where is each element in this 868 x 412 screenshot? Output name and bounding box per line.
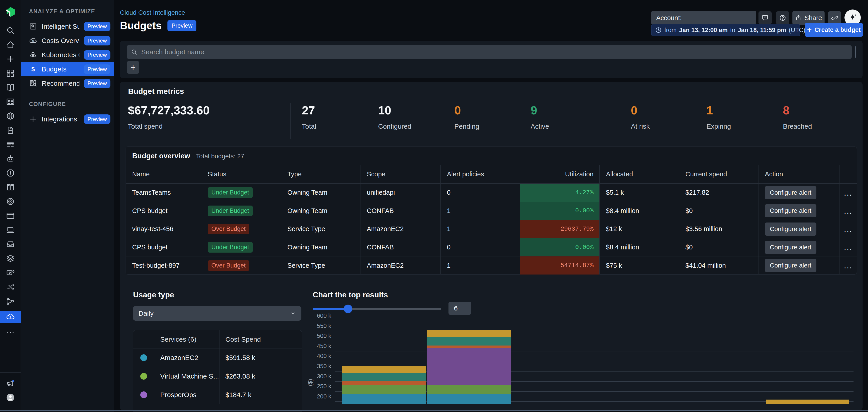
create-budget-button[interactable]: + Create a budget: [805, 23, 863, 37]
horizontal-scrollbar[interactable]: [0, 410, 868, 411]
help-button[interactable]: [776, 11, 789, 25]
preview-badge: Preview: [84, 79, 111, 88]
whats-new-megaphone-icon[interactable]: [0, 379, 21, 388]
configure-alert-button[interactable]: Configure alert: [765, 222, 816, 236]
usage-type-dropdown[interactable]: Daily: [133, 306, 301, 321]
copy-link-button[interactable]: [828, 11, 841, 25]
column-header-current-spend[interactable]: Current spend: [679, 165, 758, 183]
configure-alert-button[interactable]: Configure alert: [765, 241, 816, 254]
metric-label: Total: [302, 123, 316, 130]
cell-utilization: 0.00%: [520, 238, 600, 256]
add-filter-button[interactable]: +: [127, 61, 140, 74]
service-map-icon[interactable]: [0, 297, 21, 306]
configure-alert-button[interactable]: Configure alert: [765, 186, 816, 199]
workflows-shuffle-icon[interactable]: [0, 282, 21, 292]
metric-active: 9 Active: [531, 104, 549, 130]
column-header-type[interactable]: Type: [281, 165, 361, 183]
configure-alert-button[interactable]: Configure alert: [765, 259, 816, 272]
dashboards-icon[interactable]: [0, 97, 21, 106]
metric-expiring: 1 Expiring: [707, 104, 731, 130]
column-header-cost-spend[interactable]: Cost Spend: [219, 330, 302, 348]
cell-alert-policies: 1: [440, 202, 520, 220]
sparkle-icon: [848, 13, 857, 23]
metric-total-spend: $67,727,333.60 Total spend: [128, 104, 210, 130]
entity-stacks-icon[interactable]: [0, 254, 21, 263]
account-selector[interactable]: Account:: [651, 11, 756, 25]
rail-divider: [0, 372, 21, 373]
budget-metrics-title: Budget metrics: [128, 87, 184, 96]
browser-window-icon[interactable]: [0, 211, 21, 220]
infrastructure-hosts-icon[interactable]: [0, 182, 21, 192]
status-badge: Under Budget: [208, 206, 253, 216]
cell-scope: CONFAB: [361, 238, 440, 256]
sidebar-item-budgets[interactable]: $ Budgets Preview: [21, 62, 114, 76]
feedback-button[interactable]: [758, 11, 772, 25]
column-header-scope[interactable]: Scope: [361, 165, 440, 183]
time-range-picker[interactable]: from Jan 13, 12:00 am to Jan 18, 11:59 p…: [651, 24, 800, 36]
cell-status: Under Budget: [202, 183, 281, 202]
home-icon[interactable]: [0, 40, 21, 49]
slider-thumb[interactable]: [344, 305, 352, 313]
service-cost-cell: $184.7 k: [219, 385, 302, 404]
services-cost-card: Services (6)Cost SpendAmazonEC2$591.58 k…: [133, 330, 302, 412]
cell-allocated: $8.4 million: [600, 202, 679, 220]
globe-icon[interactable]: [0, 111, 21, 121]
column-header-services[interactable]: Services (6): [154, 330, 219, 348]
sidebar-item-kubernetes-c[interactable]: Kubernetes C... Preview: [21, 48, 114, 62]
add-icon[interactable]: [0, 54, 21, 64]
link-icon: [831, 14, 838, 22]
budget-overview-card: Budget overview Total budgets: 27 NameSt…: [126, 146, 857, 275]
column-header-name[interactable]: Name: [126, 165, 202, 183]
column-header-status[interactable]: Status: [202, 165, 281, 183]
cloud-cost-intelligence-app: $ ANALYZE & OPTIMIZE Intelligent Su... P…: [0, 0, 868, 412]
metric-value: 0: [631, 104, 650, 116]
logs-icon[interactable]: [0, 140, 21, 149]
search-icon: [131, 48, 137, 56]
sidebar-item-intelligent-su[interactable]: Intelligent Su... Preview: [21, 19, 114, 33]
inbox-tray-icon[interactable]: [0, 239, 21, 249]
sidebar-item-costs-overview[interactable]: $ Costs Overview Preview: [21, 33, 114, 48]
share-button[interactable]: Share: [793, 11, 825, 25]
devices-laptop-icon[interactable]: [0, 225, 21, 235]
time-prefix: from: [664, 27, 677, 34]
dollar-icon: $: [29, 65, 37, 73]
service-name-cell: AmazonEC2: [154, 348, 219, 367]
alerts-icon[interactable]: [0, 168, 21, 178]
column-header-alert-policies[interactable]: Alert policies: [440, 165, 520, 183]
more-options-icon[interactable]: [0, 328, 21, 337]
sidebar-item-integrations[interactable]: Integrations Preview: [21, 112, 114, 126]
session-replay-icon[interactable]: [0, 268, 21, 277]
svg-text:$: $: [9, 315, 11, 319]
top-results-slider[interactable]: [313, 308, 441, 310]
usage-type-value: Daily: [138, 310, 154, 317]
search-icon[interactable]: [0, 26, 21, 35]
metric-value: 1: [707, 104, 731, 116]
apps-grid-icon[interactable]: [0, 69, 21, 78]
icon-rail-bottom: [0, 372, 21, 412]
metric-label: At risk: [631, 123, 650, 130]
page-title: Budgets: [120, 20, 161, 32]
search-input[interactable]: [141, 48, 848, 56]
user-avatar-icon[interactable]: [0, 393, 21, 402]
cell-name: CPS budget: [126, 202, 202, 220]
cell-name: CPS budget: [126, 238, 202, 256]
column-header-menu[interactable]: [839, 165, 857, 183]
slider-value-input[interactable]: 6: [448, 302, 471, 315]
column-header-utilization[interactable]: Utilization: [520, 165, 600, 183]
cell-row-menu: ...: [839, 256, 857, 275]
configure-alert-button[interactable]: Configure alert: [765, 204, 816, 217]
cloud-cost-icon[interactable]: $: [0, 311, 21, 323]
breadcrumb-cloud-cost-intelligence[interactable]: Cloud Cost Intelligence: [120, 9, 185, 16]
documentation-book-icon[interactable]: [0, 83, 21, 92]
ai-assistant-icon[interactable]: [0, 154, 21, 164]
gauge-card-icon: [29, 23, 37, 31]
metric-configured: 10 Configured: [378, 104, 411, 130]
notes-document-icon[interactable]: [0, 126, 21, 135]
sidebar-item-recommendat[interactable]: Recommendat... Preview: [21, 76, 114, 91]
apm-target-icon[interactable]: [0, 197, 21, 206]
vertical-scrollbar-thumb[interactable]: [855, 46, 856, 58]
cell-current-spend: $217.82: [679, 183, 758, 202]
column-header-action[interactable]: Action: [758, 165, 839, 183]
column-header-allocated[interactable]: Allocated: [600, 165, 679, 183]
new-relic-logo-icon[interactable]: [0, 5, 21, 18]
